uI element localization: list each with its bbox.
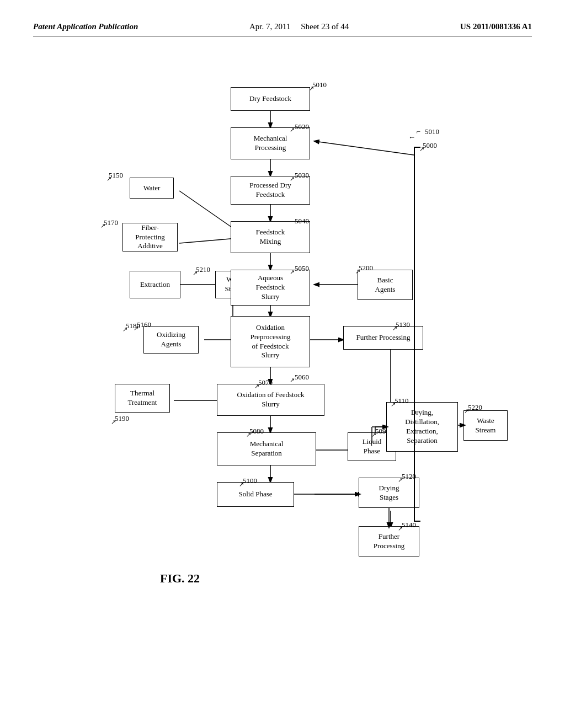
- ref-5060: 5060: [295, 373, 309, 382]
- curve-5170: ↗: [100, 222, 105, 229]
- label-5110: Drying,Distillation,Extraction,Separatio…: [405, 408, 439, 446]
- label-5220: WasteStream: [476, 416, 496, 435]
- label-5120: DryingStages: [379, 484, 399, 502]
- ref-5170: 5170: [104, 218, 118, 228]
- curve-5180: ↗: [122, 326, 127, 333]
- brace-5000: ⌐: [417, 127, 420, 136]
- label-5060: OxidationPreprocessingof FeedstockSlurry: [250, 323, 291, 361]
- curve-5150: ↗: [106, 175, 111, 183]
- box-5050: AqueousFeedstockSlurry: [231, 270, 310, 306]
- ref-5000: 5010: [425, 127, 439, 137]
- header-center: Apr. 7, 2011 Sheet 23 of 44: [249, 22, 349, 31]
- box-5160: OxidizingAgents: [143, 326, 199, 354]
- curve-5220: ↗: [464, 408, 469, 415]
- curve-5110: ↗: [391, 401, 396, 408]
- ref-5210: 5210: [196, 265, 210, 275]
- curve-5190: ↗: [111, 419, 116, 426]
- label-5140: FurtherProcessing: [374, 532, 404, 551]
- ref-5200: 5200: [359, 264, 373, 273]
- ref-5010: 5010: [312, 81, 327, 90]
- fig-label: FIG. 22: [160, 571, 200, 586]
- ref-5040: 5040: [295, 217, 309, 226]
- curve-5070: ↗: [254, 383, 259, 390]
- header-left: Patent Application Publication: [33, 22, 138, 31]
- label-5020: MechanicalProcessing: [254, 134, 287, 153]
- ref-5050: 5050: [295, 264, 309, 274]
- curve-5120: ↗: [398, 477, 403, 484]
- curve-5080: ↗: [246, 431, 251, 438]
- header-right: US 2011/0081336 A1: [460, 22, 532, 31]
- ref-5070: 5070: [258, 378, 273, 388]
- label-5200: BasicAgents: [375, 276, 396, 295]
- curve-5030: ↗: [290, 175, 295, 183]
- label-5040: FeedstockMixing: [256, 228, 285, 247]
- ref-5130: 5130: [396, 320, 410, 330]
- ref-5140: 5140: [402, 521, 416, 530]
- ref-5030: 5030: [295, 171, 309, 180]
- label-5190: ThermalTreatment: [128, 389, 157, 408]
- header-sheet: Sheet 23 of 44: [301, 22, 349, 31]
- curve-5100: ↗: [239, 481, 244, 488]
- box-5020: MechanicalProcessing: [231, 127, 310, 159]
- box-5190: ThermalTreatment: [115, 384, 170, 413]
- ref-5190: 5190: [115, 414, 129, 424]
- label-5170: Fiber-ProtectingAdditive: [135, 223, 164, 251]
- curve-5000: ↗: [419, 146, 424, 153]
- ref-5110: 5110: [395, 397, 409, 406]
- curve-5160: ↗: [134, 325, 138, 332]
- box-5080: MechanicalSeparation: [217, 432, 316, 465]
- label-extraction: Extraction: [140, 280, 170, 290]
- ref-5080: 5080: [249, 427, 264, 436]
- curve-5130: ↗: [392, 325, 397, 332]
- label-5090: LiquidPhase: [363, 437, 382, 456]
- ref-5020: 5020: [295, 122, 309, 132]
- box-5140: FurtherProcessing: [359, 526, 419, 556]
- box-5200: BasicAgents: [358, 270, 413, 300]
- curve-5060: ↗: [290, 377, 295, 384]
- box-5150: Water: [130, 178, 174, 199]
- box-5120: DryingStages: [359, 478, 419, 508]
- label-5030: Processed DryFeedstock: [249, 181, 291, 200]
- ref-5100: 5100: [243, 477, 257, 486]
- box-5130: Further Processing: [343, 326, 423, 350]
- curve-5210: ↗: [193, 270, 198, 277]
- header: Patent Application Publication Apr. 7, 2…: [33, 22, 532, 36]
- box-5110: Drying,Distillation,Extraction,Separatio…: [386, 402, 458, 452]
- ref-5160: 5160: [137, 320, 151, 330]
- arrow-5010: ↗: [309, 85, 314, 92]
- box-5170: Fiber-ProtectingAdditive: [122, 223, 178, 251]
- curve-5140: ↗: [398, 525, 403, 532]
- curve-5000-line: ←: [408, 133, 415, 142]
- label-5050: AqueousFeedstockSlurry: [256, 274, 285, 302]
- label-5000: 5000: [423, 141, 437, 150]
- curve-5200: ↗: [355, 268, 360, 275]
- label-5150: Water: [143, 184, 161, 193]
- label-5160: OxidizingAgents: [157, 330, 185, 349]
- label-5100: Solid Phase: [238, 490, 272, 499]
- box-5060: OxidationPreprocessingof FeedstockSlurry: [231, 316, 310, 367]
- label-5080: MechanicalSeparation: [250, 440, 284, 458]
- curve-5090: ↗: [371, 431, 376, 438]
- label-5070: Oxidation of FeedstockSlurry: [237, 390, 304, 409]
- label-5130: Further Processing: [356, 333, 411, 342]
- ref-5220: 5220: [468, 403, 482, 413]
- diagram-area: 5010 ⌐ Dry Feedstock 5010 ↗ MechanicalPr…: [33, 47, 532, 698]
- curve-5050: ↗: [290, 269, 295, 276]
- brace-5000-bracket: [414, 147, 420, 522]
- box-5220: WasteStream: [463, 410, 508, 441]
- svg-line-31: [315, 141, 414, 155]
- box-5010: Dry Feedstock: [231, 87, 310, 111]
- box-extraction: Extraction: [130, 271, 180, 298]
- box-5070: Oxidation of FeedstockSlurry: [217, 384, 324, 416]
- label-5010: Dry Feedstock: [249, 94, 291, 104]
- curve-5020: ↗: [290, 126, 295, 133]
- page: Patent Application Publication Apr. 7, 2…: [0, 0, 565, 728]
- header-date: Apr. 7, 2011: [249, 22, 290, 31]
